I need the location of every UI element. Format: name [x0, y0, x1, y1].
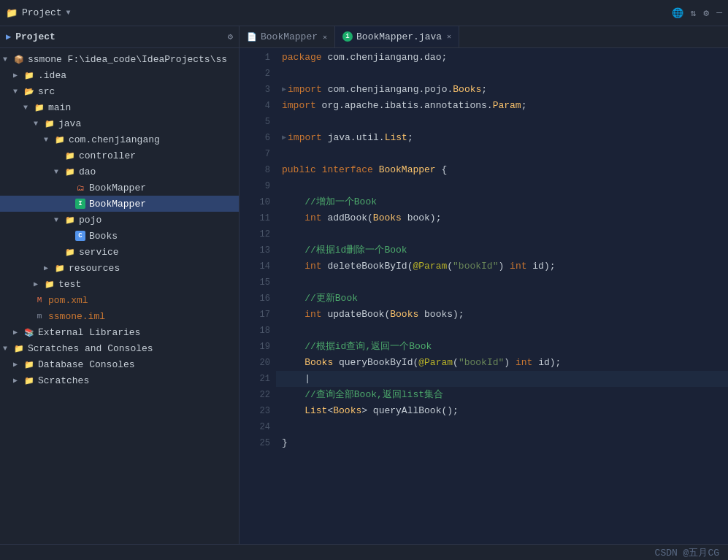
code-line: [276, 114, 728, 130]
title-bar-icons: 🌐 ⇅ ⚙ —: [672, 7, 722, 19]
line-numbers: 1234567891011121314151617181920212223242…: [240, 48, 276, 544]
code-line: //增加一个Book: [276, 194, 728, 210]
folder-icon: 📁: [64, 246, 76, 258]
minimize-icon[interactable]: —: [716, 7, 722, 19]
tree-arrow: ▼: [54, 216, 64, 224]
globe-icon[interactable]: 🌐: [672, 7, 683, 19]
tree-label: test: [58, 279, 81, 290]
sidebar-item-idea[interactable]: ▶📁.idea: [0, 67, 239, 83]
editor-area: 📄BookMapper✕iBookMapper.java✕ 1234567891…: [240, 26, 728, 544]
code-line: //更新Book: [276, 291, 728, 307]
gear-icon[interactable]: ⚙: [703, 7, 709, 19]
title-project-label[interactable]: Project: [22, 7, 62, 18]
line-number: 6: [240, 130, 270, 146]
tab-bookmapper-xml[interactable]: 📄BookMapper✕: [240, 26, 335, 48]
code-token-punct: ;: [521, 98, 527, 114]
sidebar: ▶ Project ⚙ ▼📦ssmone F:\idea_code\IdeaPr…: [0, 26, 240, 544]
sidebar-item-BookMapper-xml[interactable]: 🗂BookMapper: [0, 180, 239, 196]
code-line: [276, 226, 728, 242]
tree-label: ssmone F:\idea_code\IdeaProjects\ss: [28, 54, 227, 65]
code-line: int updateBook(Books books);: [276, 307, 728, 323]
project-icon: 📁: [6, 7, 18, 19]
sidebar-item-controller[interactable]: 📁controller: [0, 147, 239, 164]
code-token-kw: int: [282, 307, 322, 323]
tab-label: BookMapper.java: [356, 31, 442, 42]
code-token-kw: import: [282, 98, 316, 114]
folder-icon: 📁: [64, 166, 76, 177]
tree-label: Books: [89, 231, 118, 242]
sidebar-item-test[interactable]: ▶📁test: [0, 276, 239, 292]
tree-arrow: ▼: [54, 168, 64, 176]
tab-bookmapper-java[interactable]: iBookMapper.java✕: [335, 26, 459, 48]
sidebar-item-java[interactable]: ▼📁java: [0, 115, 239, 131]
sidebar-item-ssmone[interactable]: ▼📦ssmone F:\idea_code\IdeaProjects\ss: [0, 51, 239, 67]
code-token-type: id);: [527, 258, 556, 275]
code-token-punct: ;: [407, 130, 413, 146]
sidebar-tree: ▼📦ssmone F:\idea_code\IdeaProjects\ss▶📁.…: [0, 48, 239, 544]
tree-arrow: ▶: [44, 264, 54, 272]
code-token-comment: //更新Book: [282, 291, 358, 307]
code-token-type: > queryAllBook();: [361, 403, 459, 419]
tree-arrow: ▼: [3, 345, 13, 353]
code-token-cn: List: [282, 403, 327, 419]
folder-icon: 📁: [23, 69, 35, 81]
tree-label: BookMapper: [89, 199, 146, 210]
code-token-cn: Books: [333, 403, 361, 419]
fold-icon[interactable]: ▶: [282, 130, 286, 146]
tab-close-button[interactable]: ✕: [447, 32, 451, 41]
tree-label: controller: [79, 150, 136, 161]
sidebar-item-resources[interactable]: ▶📁resources: [0, 260, 239, 276]
title-dropdown-arrow[interactable]: ▼: [66, 9, 71, 17]
sidebar-gear-icon[interactable]: ⚙: [228, 31, 233, 42]
sidebar-item-pojo[interactable]: ▼📁pojo: [0, 212, 239, 228]
sidebar-item-ssmone.iml[interactable]: mssmone.iml: [0, 308, 239, 324]
sidebar-item-Books[interactable]: CBooks: [0, 228, 239, 244]
tree-arrow: ▼: [44, 136, 54, 144]
code-token-kw: int: [282, 258, 322, 275]
code-line: package com.chenjiangang.dao;: [276, 50, 728, 66]
folder-icon: 📁: [64, 214, 76, 226]
line-number: 23: [240, 403, 270, 419]
tab-close-button[interactable]: ✕: [323, 33, 327, 42]
code-token-pkg: com.chenjiangang.pojo.: [322, 82, 453, 98]
tree-arrow: ▶: [13, 376, 23, 385]
tree-label: External Libraries: [38, 327, 140, 338]
sidebar-item-scratches-consoles[interactable]: ▼📁Scratches and Consoles: [0, 340, 239, 356]
code-token-cn: Books: [453, 82, 481, 98]
sidebar-item-database-consoles[interactable]: ▶📁Database Consoles: [0, 356, 239, 372]
line-number: 25: [240, 435, 270, 451]
sidebar-item-scratches[interactable]: ▶📁Scratches: [0, 372, 239, 388]
sidebar-item-BookMapper-java[interactable]: IBookMapper: [0, 196, 239, 212]
title-bar-left: 📁 Project ▼: [6, 7, 71, 19]
split-icon[interactable]: ⇅: [691, 7, 697, 19]
code-line: [276, 178, 728, 194]
code-token-pkg: com.chenjiangang.dao;: [322, 50, 448, 66]
editor-content[interactable]: 1234567891011121314151617181920212223242…: [240, 48, 728, 544]
code-token-param-ann: @Param: [418, 355, 453, 371]
tree-arrow: ▼: [34, 120, 44, 128]
sidebar-item-dao[interactable]: ▼📁dao: [0, 164, 239, 180]
line-number: 11: [240, 210, 270, 226]
tree-arrow: ▶: [13, 360, 23, 369]
sidebar-item-main[interactable]: ▼📁main: [0, 99, 239, 115]
folder-icon: 📁: [64, 150, 76, 161]
line-number: 16: [240, 291, 270, 307]
sidebar-item-pom.xml[interactable]: Mpom.xml: [0, 292, 239, 308]
sidebar-item-external-libs[interactable]: ▶📚External Libraries: [0, 324, 239, 340]
folder-icon: 📁: [54, 262, 66, 274]
code-token-iface-name: BookMapper: [379, 162, 436, 178]
code-area[interactable]: package com.chenjiangang.dao; ▶import co…: [276, 48, 728, 544]
code-line: List<Books> queryAllBook();: [276, 403, 728, 419]
tree-arrow: ▼: [3, 55, 13, 64]
code-line: int addBook(Books book);: [276, 210, 728, 226]
fold-icon[interactable]: ▶: [282, 82, 286, 98]
code-token-type: [373, 162, 379, 178]
code-token-pkg: java.util.: [322, 130, 385, 146]
tree-label: BookMapper: [89, 183, 146, 193]
sidebar-item-src[interactable]: ▼📂src: [0, 83, 239, 99]
folder-src-icon: 📂: [23, 85, 35, 97]
folder-icon: 📁: [23, 358, 35, 370]
sidebar-item-com.chenjiangang[interactable]: ▼📁com.chenjiangang: [0, 131, 239, 147]
sidebar-item-service[interactable]: 📁service: [0, 244, 239, 260]
code-token-cn: Books: [282, 355, 333, 371]
